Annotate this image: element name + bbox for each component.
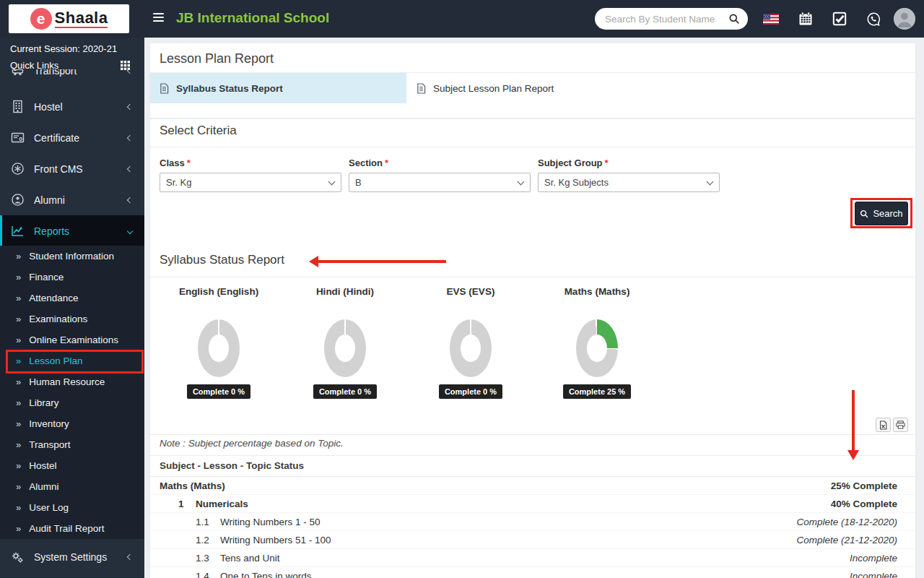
chart-subject-label: English (English) (161, 286, 276, 297)
sidebar-item-label: Hostel (34, 101, 63, 113)
sidebar-item-label: Reports (34, 225, 69, 237)
submenu-item-online-examinations[interactable]: »Online Examinations (0, 329, 144, 350)
status-row-topic: 1.1Writing Numbers 1 - 50Complete (18-12… (150, 513, 915, 531)
student-search (595, 8, 748, 30)
chevron-left-icon (127, 165, 133, 171)
calendar-icon[interactable] (797, 10, 814, 27)
submenu-item-lesson-plan[interactable]: »Lesson Plan (0, 350, 144, 371)
chevron-left-icon (127, 134, 133, 140)
required-asterisk: * (187, 158, 191, 168)
submenu-label: Alumni (29, 481, 58, 492)
submenu-item-finance[interactable]: »Finance (0, 267, 144, 288)
submenu-item-attendance[interactable]: »Attendance (0, 288, 144, 309)
subject-group-select-wrap: Sr. Kg Subjects (538, 173, 720, 192)
sidebar-item-alumni[interactable]: Alumni (0, 184, 144, 215)
class-select[interactable]: Sr. Kg (160, 173, 341, 192)
tab-label: Subject Lesson Plan Report (433, 83, 554, 94)
reports-chart-icon (11, 224, 25, 238)
sidebar-item-system-settings[interactable]: System Settings (0, 543, 144, 571)
subject-group-field-label: Subject Group* (538, 158, 609, 168)
submenu-item-human-resource[interactable]: »Human Resource (0, 371, 144, 392)
submenu-label: Attendance (29, 293, 78, 303)
search-icon[interactable] (728, 13, 740, 25)
submenu-item-audit-trail-report[interactable]: »Audit Trail Report (0, 518, 144, 539)
building-icon (11, 100, 25, 113)
double-chevron-icon: » (16, 523, 21, 534)
donut-chart-evs (450, 319, 492, 377)
task-check-icon[interactable] (831, 10, 848, 27)
double-chevron-icon: » (16, 293, 21, 303)
logo-text: Shaala (55, 9, 108, 28)
eshaala-logo[interactable]: e Shaala (9, 4, 129, 33)
sidebar-item-label: System Settings (34, 551, 107, 563)
donut-chart-hindi (324, 319, 366, 377)
chart-english: English (English) Complete 0 % (161, 286, 276, 399)
divider (150, 434, 915, 435)
class-field-label: Class* (160, 158, 191, 168)
double-chevron-icon: » (16, 418, 21, 429)
certificate-icon (11, 131, 25, 144)
tab-label: Syllabus Status Report (176, 83, 283, 94)
sidebar-item-reports[interactable]: Reports (0, 215, 144, 246)
logo-e-icon: e (30, 8, 52, 30)
row-number: 1.4 (196, 567, 220, 578)
row-title: Writing Numbers 1 - 50 (220, 513, 321, 530)
user-avatar[interactable] (894, 8, 915, 30)
status-row-subject: Maths (Maths)25% Complete (150, 477, 915, 495)
chart-subject-label: EVS (EVS) (413, 286, 528, 297)
chart-evs: EVS (EVS) Complete 0 % (413, 286, 528, 399)
submenu-item-alumni[interactable]: »Alumni (0, 476, 144, 497)
search-button[interactable]: Search (855, 202, 908, 225)
sidebar-item-hostel[interactable]: Hostel (0, 91, 144, 122)
row-status: Complete (21-12-2020) (796, 531, 915, 548)
sidebar-item-label: Certificate (34, 132, 79, 144)
row-status: 25% Complete (831, 477, 915, 494)
front-cms-icon (11, 162, 25, 176)
section-select[interactable]: B (349, 173, 531, 192)
export-excel-button[interactable] (876, 418, 891, 432)
bus-icon (11, 69, 25, 77)
submenu-item-student-information[interactable]: »Student Information (0, 246, 144, 267)
subject-group-select[interactable]: Sr. Kg Subjects (538, 173, 720, 192)
submenu-item-hostel[interactable]: »Hostel (0, 455, 144, 476)
submenu-label: Finance (29, 272, 64, 282)
print-button[interactable] (893, 418, 908, 432)
submenu-label: User Log (29, 502, 69, 513)
student-search-input[interactable] (605, 8, 720, 30)
reports-submenu: »Student Information »Finance »Attendanc… (0, 246, 144, 539)
divider (150, 118, 915, 119)
donut-chart-maths (576, 319, 618, 377)
search-button-label: Search (873, 208, 902, 219)
submenu-label: Lesson Plan (29, 355, 82, 366)
submenu-item-transport[interactable]: »Transport (0, 434, 144, 455)
sidebar-item-label: Front CMS (34, 163, 83, 175)
submenu-item-library[interactable]: »Library (0, 392, 144, 413)
alumni-icon (11, 193, 25, 207)
export-buttons (876, 418, 908, 432)
row-title: Maths (Maths) (160, 477, 225, 494)
whatsapp-icon[interactable] (865, 10, 882, 27)
submenu-item-examinations[interactable]: »Examinations (0, 309, 144, 329)
row-number: 1 (178, 495, 196, 512)
sidebar-item-front-cms[interactable]: Front CMS (0, 153, 144, 184)
syllabus-status-report-heading: Syllabus Status Report (160, 253, 284, 267)
double-chevron-icon: » (16, 355, 21, 366)
double-chevron-icon: » (16, 397, 21, 408)
sidebar-item-transport-clipped[interactable]: Transport (0, 69, 144, 82)
submenu-item-inventory[interactable]: »Inventory (0, 413, 144, 434)
status-row-topic: 1.3Tens and UnitIncomplete (150, 549, 915, 567)
section-select-wrap: B (349, 173, 531, 192)
submenu-item-user-log[interactable]: »User Log (0, 497, 144, 518)
hamburger-menu-icon[interactable] (153, 13, 165, 24)
sidebar-item-certificate[interactable]: Certificate (0, 122, 144, 153)
tab-subject-lesson-plan-report[interactable]: Subject Lesson Plan Report (417, 73, 554, 103)
chevron-left-icon (127, 69, 133, 74)
search-icon (860, 210, 868, 218)
row-status: 40% Complete (831, 495, 915, 512)
language-flag-icon[interactable] (762, 10, 780, 27)
tab-syllabus-status-report[interactable]: Syllabus Status Report (150, 73, 406, 103)
divider (150, 455, 915, 456)
row-title: Writing Numbers 51 - 100 (220, 531, 331, 548)
double-chevron-icon: » (16, 314, 21, 324)
chevron-left-icon (127, 554, 133, 560)
